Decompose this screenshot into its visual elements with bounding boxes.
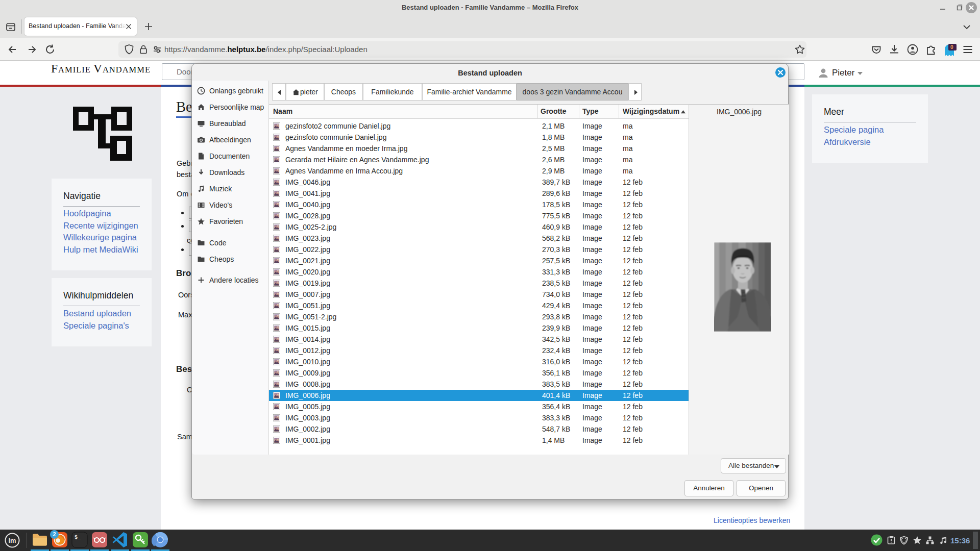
- svg-text:$_: $_: [75, 535, 81, 540]
- svg-text:lm: lm: [8, 537, 16, 544]
